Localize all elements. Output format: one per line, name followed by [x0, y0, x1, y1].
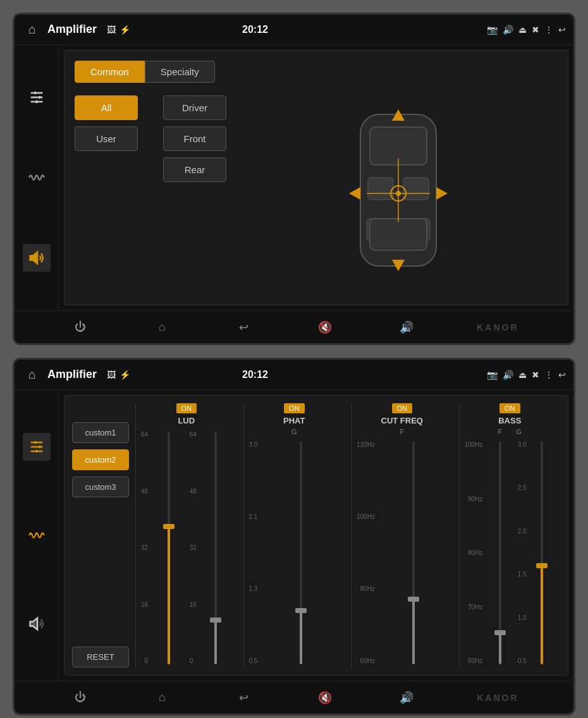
eq-section-bass: ON BASS F G 100Hz 90Hz 80Hz 70Hz 60Hz [459, 403, 561, 667]
bass-g-scale-25: 2.5 [518, 484, 527, 491]
home-icon-1[interactable]: ⌂ [22, 20, 42, 40]
vol-down-icon[interactable]: 🔇 [314, 316, 336, 339]
bass-sublabel-f: F [498, 428, 503, 435]
eq-panel: custom1 custom2 custom3 RESET ON LUD 64 … [64, 395, 568, 676]
bottom-nav-1: ⏻ ⌂ ↩ 🔇 🔊 KANOR [15, 310, 573, 343]
btn-front[interactable]: Front [163, 126, 226, 151]
svg-marker-9 [30, 252, 37, 264]
cutfreq-sublabel-f: F [400, 428, 404, 435]
svg-rect-13 [403, 178, 429, 200]
bass-on-badge: ON [499, 403, 520, 413]
btn-rear[interactable]: Rear [163, 157, 226, 182]
bass-sublabel-g: G [516, 428, 522, 435]
app-title-1: Amplifier [47, 23, 97, 36]
cf-scale-120: 120Hz [357, 441, 375, 448]
phat-scale-13: 1.3 [249, 585, 258, 592]
lud-rscale-48: 48 [190, 488, 197, 495]
lud-scale-32: 32 [141, 544, 148, 551]
cutfreq-slider-thumb[interactable] [408, 597, 419, 602]
cf-scale-80: 80Hz [357, 585, 375, 592]
gallery-icon: 🖼 [107, 25, 116, 35]
bass-f-scale-80: 80Hz [465, 549, 483, 556]
app-title-2: Amplifier [47, 368, 97, 381]
bass-f-scale-100: 100Hz [465, 441, 483, 448]
eq-reset-button[interactable]: RESET [72, 647, 129, 667]
vol-up-icon-2[interactable]: 🔊 [395, 686, 418, 709]
phat-label: PHAT [283, 416, 305, 425]
tab-common[interactable]: Common [75, 61, 145, 83]
bass-g-scale-10: 1.0 [518, 614, 527, 621]
cutfreq-label: CUT FREQ [381, 416, 423, 425]
sidebar-wave-icon-2[interactable] [23, 521, 51, 549]
svg-point-29 [38, 446, 41, 449]
sidebar-speaker-icon[interactable] [23, 244, 51, 272]
camera-icon: 📷 [487, 25, 498, 35]
vol-up-icon[interactable]: 🔊 [395, 316, 418, 339]
vol-down-icon-2[interactable]: 🔇 [314, 686, 336, 709]
back-btn-icon[interactable]: ↩ [232, 316, 255, 339]
close-icon: ✖ [532, 25, 539, 35]
bass-g-slider-thumb[interactable] [536, 563, 548, 568]
sidebar-speaker-icon-2[interactable] [23, 610, 51, 638]
power-icon-2[interactable]: ⏻ [69, 686, 92, 709]
eq-preset-custom3[interactable]: custom3 [72, 477, 129, 497]
status-bar-2: ⌂ Amplifier 🖼 ⚡ 20:12 📷 🔊 ⏏ ✖ ⋮ ↩ [15, 360, 573, 390]
eject-icon-2: ⏏ [518, 370, 527, 380]
home-btn-icon[interactable]: ⌂ [150, 316, 173, 339]
phat-scale-21: 2.1 [249, 513, 258, 520]
watermark-2: KANOR [477, 693, 518, 703]
power-icon[interactable]: ⏻ [69, 316, 92, 339]
svg-rect-15 [370, 219, 427, 250]
back-icon[interactable]: ↩ [558, 25, 566, 35]
panel-1: Common Specialty All User Driver Front R… [64, 50, 568, 305]
btn-all[interactable]: All [75, 95, 138, 120]
back-icon-2[interactable]: ↩ [558, 370, 566, 380]
more-icon[interactable]: ⋮ [544, 25, 553, 35]
bass-sublabels: F G [498, 428, 522, 435]
device-1: ⌂ Amplifier 🖼 ⚡ 20:12 📷 🔊 ⏏ ✖ ⋮ ↩ [13, 13, 575, 345]
bottom-nav-2: ⏻ ⌂ ↩ 🔇 🔊 KANOR [15, 681, 573, 714]
camera-icon-2: 📷 [487, 370, 498, 380]
svg-marker-33 [30, 618, 37, 630]
svg-rect-12 [368, 178, 393, 200]
eq-presets: custom1 custom2 custom3 RESET [72, 403, 129, 667]
eq-section-cutfreq: ON CUT FREQ F 120Hz 100Hz 80Hz 60Hz [351, 403, 453, 667]
phat-on-badge: ON [284, 403, 305, 413]
eq-content: custom1 custom2 custom3 RESET ON LUD 64 … [72, 403, 560, 667]
eq-preset-custom2[interactable]: custom2 [72, 449, 129, 470]
volume-icon: 🔊 [503, 25, 513, 35]
bass-f-slider-thumb[interactable] [494, 630, 506, 635]
main-content-1: Common Specialty All User Driver Front R… [15, 45, 573, 310]
lud-rscale-64: 64 [190, 431, 197, 438]
lud-scale-64: 64 [141, 431, 148, 438]
tab-specialty[interactable]: Specialty [145, 61, 215, 83]
sidebar-eq-icon[interactable] [23, 83, 51, 111]
btn-driver[interactable]: Driver [163, 95, 226, 120]
status-right-2: 📷 🔊 ⏏ ✖ ⋮ ↩ [487, 370, 566, 380]
btn-user[interactable]: User [75, 126, 138, 151]
sidebar-eq-icon-2[interactable] [23, 433, 51, 461]
more-icon-2[interactable]: ⋮ [544, 370, 553, 380]
back-btn-icon-2[interactable]: ↩ [232, 686, 255, 709]
status-icons-1: 🖼 ⚡ [107, 25, 130, 35]
lud-slider-1-thumb[interactable] [163, 524, 175, 529]
bass-g-scale-30: 3.0 [518, 441, 527, 448]
lud-slider-2-thumb[interactable] [210, 618, 221, 623]
home-icon-2[interactable]: ⌂ [22, 365, 42, 385]
volume-icon-2: 🔊 [503, 370, 513, 380]
eq-section-lud: ON LUD 64 48 32 16 0 [135, 403, 237, 667]
sidebar-wave-icon[interactable] [23, 164, 51, 192]
svg-point-2 [34, 92, 37, 95]
cf-scale-60: 60Hz [357, 657, 375, 664]
phat-slider-thumb[interactable] [295, 608, 307, 613]
bass-f-scale-60: 60Hz [465, 657, 483, 664]
home-btn-icon-2[interactable]: ⌂ [150, 686, 173, 709]
bass-g-scale-20: 2.0 [518, 528, 527, 535]
main-content-2: custom1 custom2 custom3 RESET ON LUD 64 … [15, 390, 573, 681]
eq-preset-custom1[interactable]: custom1 [72, 422, 129, 443]
lud-rscale-32: 32 [190, 544, 197, 551]
panel-body-1: All User Driver Front Rear [75, 95, 558, 285]
car-diagram [239, 95, 558, 285]
status-right-1: 📷 🔊 ⏏ ✖ ⋮ ↩ [487, 25, 566, 35]
eject-icon: ⏏ [518, 25, 527, 35]
